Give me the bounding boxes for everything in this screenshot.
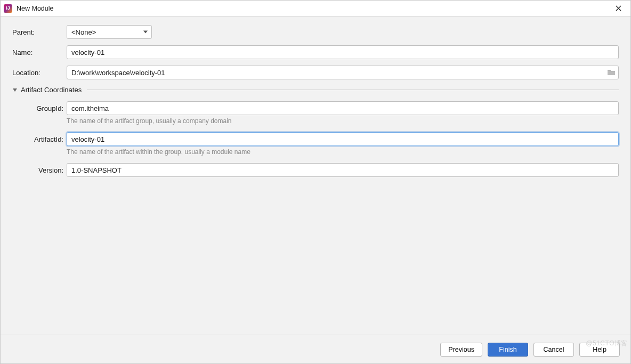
row-parent: Parent: <None> xyxy=(12,25,619,39)
artifactid-input[interactable] xyxy=(67,132,619,146)
location-label: Location: xyxy=(12,69,67,77)
chevron-down-icon xyxy=(12,87,18,93)
section-separator xyxy=(87,90,619,90)
name-input[interactable] xyxy=(67,45,619,59)
folder-icon xyxy=(607,69,616,76)
artifact-coordinates-toggle[interactable]: Artifact Coordinates xyxy=(12,86,619,94)
version-input[interactable] xyxy=(67,163,619,177)
svg-marker-2 xyxy=(143,31,148,34)
artifact-coordinates-title: Artifact Coordinates xyxy=(21,86,82,94)
chevron-down-icon xyxy=(143,28,148,36)
artifactid-label: ArtifactId: xyxy=(12,135,67,143)
groupid-input[interactable] xyxy=(67,101,619,115)
location-input[interactable] xyxy=(67,66,619,79)
title-bar: IJ New Module xyxy=(1,1,630,17)
version-label: Version: xyxy=(12,166,67,174)
previous-button[interactable]: Previous xyxy=(440,343,482,357)
intellij-icon: IJ xyxy=(4,4,12,13)
help-button[interactable]: Help xyxy=(579,343,620,357)
parent-label: Parent: xyxy=(12,28,67,36)
artifactid-hint: The name of the artifact within the grou… xyxy=(67,148,619,156)
svg-marker-3 xyxy=(13,88,17,92)
groupid-label: GroupId: xyxy=(12,104,67,112)
row-location: Location: xyxy=(12,66,619,79)
finish-button[interactable]: Finish xyxy=(488,343,528,357)
row-name: Name: xyxy=(12,45,619,59)
parent-combobox[interactable]: <None> xyxy=(67,25,152,39)
groupid-hint: The name of the artifact group, usually … xyxy=(67,117,619,125)
cancel-button[interactable]: Cancel xyxy=(533,343,574,357)
dialog-footer: Previous Finish Cancel Help xyxy=(1,335,630,363)
content-area: Parent: <None> Name: Location: xyxy=(1,17,630,335)
parent-combobox-value: <None> xyxy=(71,28,96,36)
window-title: New Module xyxy=(17,5,53,12)
row-artifactid: ArtifactId: xyxy=(12,132,619,146)
row-version: Version: xyxy=(12,163,619,177)
window-close-button[interactable] xyxy=(610,1,626,17)
close-icon xyxy=(616,5,621,11)
row-groupid: GroupId: xyxy=(12,101,619,115)
browse-folder-button[interactable] xyxy=(607,69,616,76)
name-label: Name: xyxy=(12,48,67,56)
